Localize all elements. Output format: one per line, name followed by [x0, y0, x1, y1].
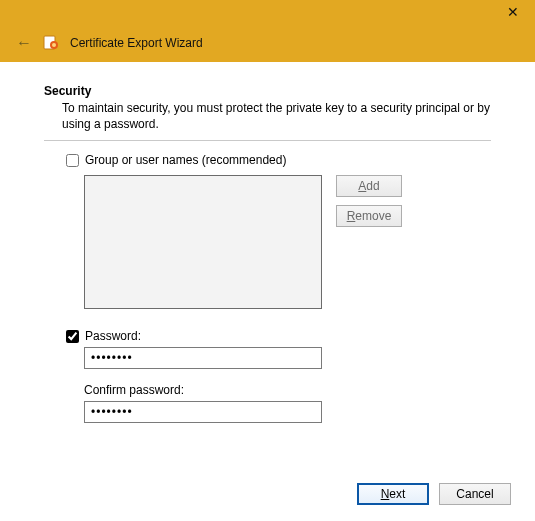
password-input[interactable] — [84, 347, 322, 369]
window-titlebar: ✕ — [0, 0, 535, 24]
wizard-title: Certificate Export Wizard — [70, 36, 203, 50]
group-names-list[interactable] — [84, 175, 322, 309]
wizard-header: ← Certificate Export Wizard — [0, 24, 535, 62]
wizard-footer: Next Cancel — [357, 483, 511, 505]
section-heading: Security — [44, 84, 491, 98]
svg-point-2 — [52, 43, 56, 47]
section-description: To maintain security, you must protect t… — [44, 100, 491, 132]
back-arrow-icon[interactable]: ← — [16, 35, 32, 51]
group-names-checkbox[interactable] — [66, 154, 79, 167]
divider — [44, 140, 491, 141]
wizard-content: Security To maintain security, you must … — [0, 62, 535, 423]
password-label: Password: — [85, 329, 141, 343]
confirm-password-label: Confirm password: — [84, 383, 491, 397]
password-checkbox-row[interactable]: Password: — [66, 329, 491, 343]
certificate-icon — [42, 34, 60, 52]
next-button[interactable]: Next — [357, 483, 429, 505]
add-button[interactable]: Add — [336, 175, 402, 197]
group-names-checkbox-row[interactable]: Group or user names (recommended) — [66, 153, 491, 167]
remove-button[interactable]: Remove — [336, 205, 402, 227]
confirm-password-input[interactable] — [84, 401, 322, 423]
cancel-button[interactable]: Cancel — [439, 483, 511, 505]
group-names-label: Group or user names (recommended) — [85, 153, 286, 167]
close-icon[interactable]: ✕ — [501, 3, 525, 21]
password-checkbox[interactable] — [66, 330, 79, 343]
